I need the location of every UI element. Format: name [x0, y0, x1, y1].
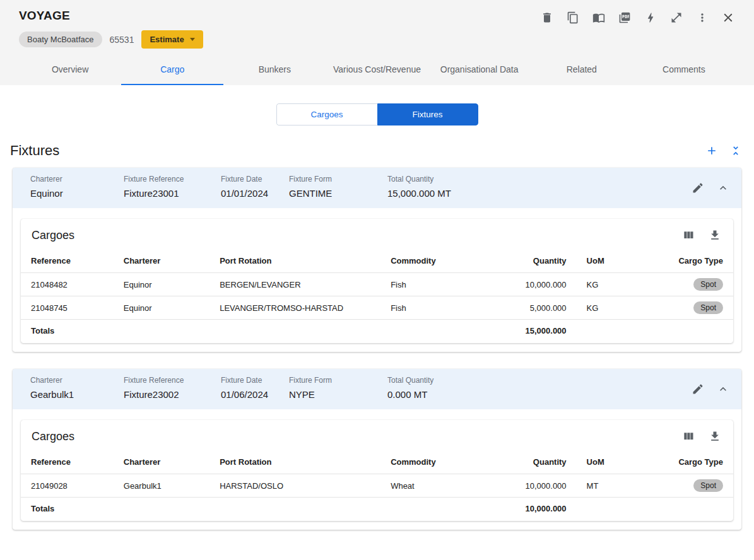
cell-uom: MT — [577, 474, 644, 498]
cargoes-table: Reference Charterer Port Rotation Commod… — [21, 451, 733, 521]
cell-port-rotation: HARSTAD/OSLO — [209, 474, 380, 498]
copy-icon[interactable] — [566, 11, 580, 25]
cargo-type-badge: Spot — [693, 479, 723, 492]
totals-label: Totals — [21, 320, 114, 344]
chevron-up-icon[interactable] — [716, 382, 730, 396]
charterer-label: Charterer — [30, 175, 124, 184]
edit-fixture-icon[interactable] — [691, 181, 705, 195]
tab-cargo[interactable]: Cargo — [121, 54, 223, 85]
pdf-icon[interactable] — [618, 11, 632, 25]
cell-cargo-type: Spot — [644, 474, 733, 498]
fixture-reference-label: Fixture Reference — [124, 175, 221, 184]
col-quantity: Quantity — [509, 250, 576, 273]
expand-icon[interactable] — [669, 11, 683, 25]
page-title: VOYAGE — [19, 9, 70, 23]
cargo-type-badge: Spot — [693, 278, 723, 291]
col-cargo-type: Cargo Type — [644, 451, 733, 474]
cell-charterer: Equinor — [114, 273, 209, 296]
fixture-form-label: Fixture Form — [289, 376, 387, 385]
download-icon[interactable] — [708, 228, 722, 242]
totals-quantity: 10,000.000 — [509, 498, 576, 522]
fixture-form-value: GENTIME — [289, 188, 387, 199]
tab-overview[interactable]: Overview — [19, 54, 121, 85]
tab-bunkers[interactable]: Bunkers — [223, 54, 326, 85]
bolt-icon[interactable] — [644, 11, 657, 25]
cell-port-rotation: LEVANGER/TROMSO-HARSTAD — [209, 296, 380, 320]
cell-reference: 21048482 — [21, 273, 114, 296]
fixture-reference-value: Fixture23001 — [124, 188, 221, 199]
col-reference: Reference — [21, 451, 114, 474]
col-port-rotation: Port Rotation — [209, 250, 380, 273]
tab-bar: Overview Cargo Bunkers Various Cost/Reve… — [19, 54, 735, 85]
cargoes-card: Cargoes Reference Charterer Port Rotatio — [21, 420, 733, 521]
table-row[interactable]: 21048482 Equinor BERGEN/LEVANGER Fish 10… — [21, 273, 733, 296]
col-port-rotation: Port Rotation — [209, 451, 380, 474]
close-icon[interactable] — [721, 11, 735, 25]
charterer-value: Equinor — [30, 188, 124, 199]
cell-cargo-type: Spot — [644, 273, 733, 296]
col-uom: UoM — [577, 250, 644, 273]
header-actions — [540, 9, 735, 25]
cargoes-table: Reference Charterer Port Rotation Commod… — [21, 250, 733, 343]
download-icon[interactable] — [708, 429, 722, 443]
fixture-date-value: 01/06/2024 — [221, 389, 289, 400]
cell-charterer: Equinor — [114, 296, 209, 320]
chevron-down-icon — [190, 38, 195, 41]
tab-various-cost-revenue[interactable]: Various Cost/Revenue — [326, 54, 428, 85]
fixture-date-label: Fixture Date — [221, 175, 289, 184]
totals-label: Totals — [21, 498, 114, 522]
collapse-all-icon[interactable] — [729, 144, 743, 158]
fixture-reference-label: Fixture Reference — [124, 376, 221, 385]
tab-organisational-data[interactable]: Organisational Data — [428, 54, 531, 85]
add-fixture-icon[interactable] — [705, 144, 719, 158]
charterer-label: Charterer — [30, 376, 124, 385]
tab-comments[interactable]: Comments — [633, 54, 735, 85]
cell-uom: KG — [577, 273, 644, 296]
columns-icon[interactable] — [681, 429, 695, 443]
total-quantity-value: 0.000 MT — [387, 389, 691, 400]
edit-fixture-icon[interactable] — [691, 382, 705, 396]
charterer-value: Gearbulk1 — [30, 389, 124, 400]
cell-commodity: Fish — [380, 273, 509, 296]
col-charterer: Charterer — [114, 250, 209, 273]
estimate-button-label: Estimate — [150, 35, 184, 44]
total-quantity-label: Total Quantity — [387, 376, 691, 385]
fixture-form-label: Fixture Form — [289, 175, 387, 184]
delete-icon[interactable] — [540, 11, 554, 25]
cell-reference: 21049028 — [21, 474, 114, 498]
table-header-row: Reference Charterer Port Rotation Commod… — [21, 451, 733, 474]
fixture-reference-value: Fixture23002 — [124, 389, 221, 400]
totals-quantity: 15,000.000 — [509, 320, 576, 344]
cell-uom: KG — [577, 296, 644, 320]
toggle-fixtures[interactable]: Fixtures — [377, 103, 478, 125]
cell-quantity: 10,000.000 — [509, 474, 576, 498]
toggle-cargoes[interactable]: Cargoes — [276, 103, 377, 125]
fixture-card-header: Charterer Equinor Fixture Reference Fixt… — [13, 168, 741, 208]
voyage-number: 65531 — [110, 35, 134, 45]
cell-commodity: Fish — [380, 296, 509, 320]
col-quantity: Quantity — [509, 451, 576, 474]
cell-quantity: 10,000.000 — [509, 273, 576, 296]
more-options-icon[interactable] — [695, 11, 709, 25]
cargoes-title: Cargoes — [32, 229, 74, 242]
cargoes-title: Cargoes — [32, 430, 74, 443]
book-icon[interactable] — [592, 11, 606, 25]
columns-icon[interactable] — [681, 228, 695, 242]
table-row[interactable]: 21049028 Gearbulk1 HARSTAD/OSLO Wheat 10… — [21, 474, 733, 498]
tab-related[interactable]: Related — [531, 54, 633, 85]
fixture-card-header: Charterer Gearbulk1 Fixture Reference Fi… — [13, 369, 741, 409]
total-quantity-value: 15,000.000 MT — [387, 188, 691, 199]
chevron-up-icon[interactable] — [716, 181, 730, 195]
cargo-type-badge: Spot — [693, 301, 723, 314]
total-quantity-label: Total Quantity — [387, 175, 691, 184]
cell-port-rotation: BERGEN/LEVANGER — [209, 273, 380, 296]
col-commodity: Commodity — [380, 451, 509, 474]
fixture-form-value: NYPE — [289, 389, 387, 400]
cell-commodity: Wheat — [380, 474, 509, 498]
fixture-date-value: 01/01/2024 — [221, 188, 289, 199]
cell-cargo-type: Spot — [644, 296, 733, 320]
voyage-header: VOYAGE — [0, 0, 754, 85]
table-row[interactable]: 21048745 Equinor LEVANGER/TROMSO-HARSTAD… — [21, 296, 733, 320]
table-header-row: Reference Charterer Port Rotation Commod… — [21, 250, 733, 273]
estimate-button[interactable]: Estimate — [141, 30, 203, 49]
